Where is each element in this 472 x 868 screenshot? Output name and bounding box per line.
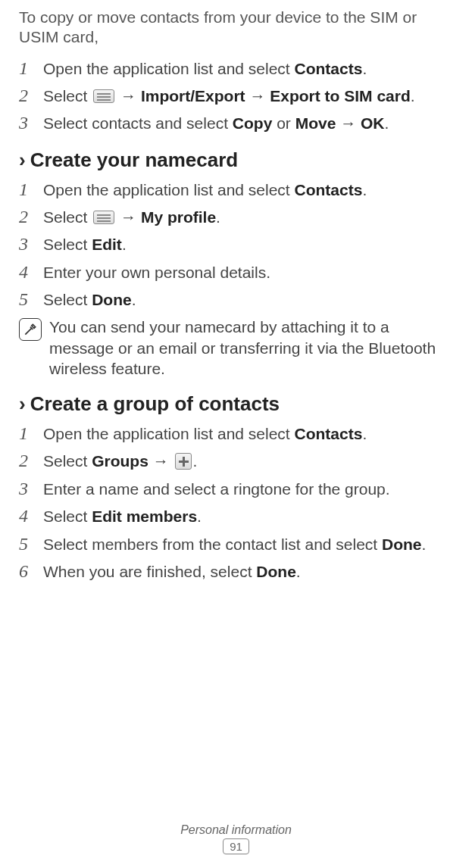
step-body: Select Edit members. (43, 506, 202, 527)
heading-groups: › Create a group of contacts (19, 392, 453, 416)
bold-text: Done (256, 563, 296, 580)
note-icon (19, 318, 42, 341)
step-body: Enter a name and select a ringtone for t… (43, 479, 390, 500)
step: 2Select Groups → . (19, 451, 453, 472)
bold-text: Export to SIM card (270, 87, 411, 105)
arrow-icon: → (249, 87, 265, 105)
chevron-right-icon: › (19, 394, 26, 414)
step: 3Enter a name and select a ringtone for … (19, 479, 453, 500)
step: 4Select Edit members. (19, 506, 453, 527)
bold-text: Done (382, 535, 422, 553)
bold-text: Contacts (295, 425, 363, 442)
step: 2Select → Import/Export → Export to SIM … (19, 86, 453, 107)
step-body: Select Edit. (43, 234, 127, 255)
step: 3Select contacts and select Copy or Move… (19, 113, 453, 134)
step-body: Enter your own personal details. (43, 262, 270, 283)
section-1: 1Open the application list and select Co… (19, 180, 453, 311)
bold-text: Done (92, 291, 132, 308)
page-footer: Personal information 91 (0, 823, 472, 854)
bold-text: Contacts (295, 60, 363, 77)
bold-text: My profile (141, 208, 216, 226)
note-text: You can send your namecard by attaching … (49, 317, 453, 379)
step-body: Select members from the contact list and… (43, 534, 426, 555)
step-number: 2 (19, 451, 43, 470)
intro-text: To copy or move contacts from your devic… (19, 8, 453, 48)
step-number: 3 (19, 479, 43, 498)
step: 5Select members from the contact list an… (19, 534, 453, 555)
step: 5Select Done. (19, 289, 453, 311)
menu-icon (93, 89, 114, 103)
chevron-right-icon: › (19, 150, 26, 170)
step: 6When you are finished, select Done. (19, 561, 453, 582)
heading-text: Create your namecard (30, 148, 239, 172)
step-number: 1 (19, 58, 43, 78)
plus-icon (175, 453, 192, 470)
section-0: 1Open the application list and select Co… (19, 58, 453, 135)
step-number: 4 (19, 262, 43, 282)
heading-text: Create a group of contacts (30, 392, 280, 416)
arrow-icon: → (153, 452, 169, 470)
step-body: Select Groups → . (43, 451, 197, 472)
step-number: 1 (19, 180, 43, 199)
step-body: Open the application list and select Con… (43, 58, 367, 80)
step-body: Select → My profile. (43, 207, 220, 228)
section-2: 1Open the application list and select Co… (19, 423, 453, 582)
step: 2Select → My profile. (19, 207, 453, 228)
footer-section: Personal information (0, 823, 472, 837)
arrow-icon: → (120, 208, 136, 226)
step-number: 5 (19, 534, 43, 554)
bold-text: Import/Export (141, 87, 245, 105)
step: 1Open the application list and select Co… (19, 58, 453, 80)
step-number: 3 (19, 234, 43, 254)
arrow-icon: → (120, 87, 136, 105)
step-number: 5 (19, 289, 43, 309)
step-number: 2 (19, 86, 43, 105)
step-number: 6 (19, 561, 43, 581)
step-number: 4 (19, 506, 43, 526)
bold-text: Edit members (92, 507, 197, 525)
bold-text: Move (295, 114, 336, 132)
bold-text: Copy (233, 114, 273, 132)
step: 3Select Edit. (19, 234, 453, 255)
note-box: You can send your namecard by attaching … (19, 317, 453, 379)
bold-text: Contacts (295, 181, 363, 198)
step-body: Open the application list and select Con… (43, 180, 367, 201)
step-body: Select Done. (43, 289, 136, 311)
step-body: Open the application list and select Con… (43, 423, 367, 445)
step-body: Select → Import/Export → Export to SIM c… (43, 86, 415, 107)
step: 1Open the application list and select Co… (19, 423, 453, 445)
step: 1Open the application list and select Co… (19, 180, 453, 201)
menu-icon (93, 211, 114, 224)
bold-text: OK (361, 114, 385, 132)
step: 4Enter your own personal details. (19, 262, 453, 283)
step-number: 2 (19, 207, 43, 226)
step-body: Select contacts and select Copy or Move … (43, 113, 389, 134)
step-number: 3 (19, 113, 43, 133)
bold-text: Edit (92, 236, 122, 253)
page-number: 91 (223, 838, 249, 854)
step-body: When you are finished, select Done. (43, 561, 301, 582)
arrow-icon: → (340, 114, 356, 132)
step-number: 1 (19, 423, 43, 443)
heading-namecard: › Create your namecard (19, 148, 453, 172)
bold-text: Groups (92, 452, 148, 470)
